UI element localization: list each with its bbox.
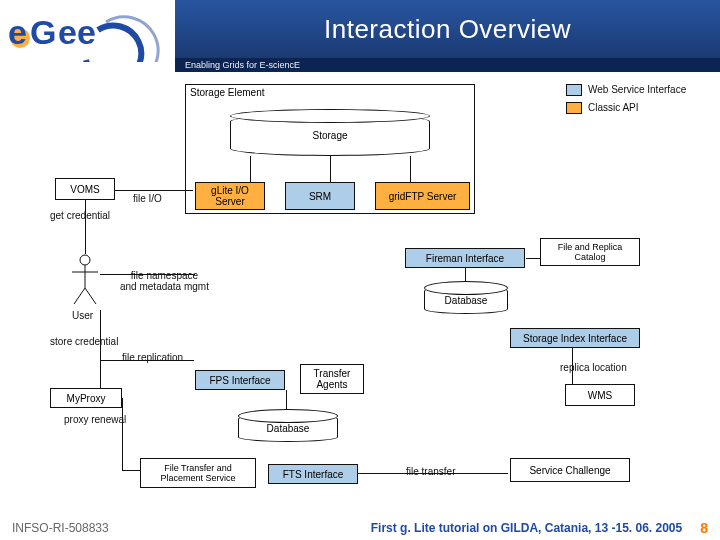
db-catalog: Database [424,286,508,314]
fts-if-label: FTS Interface [283,469,344,480]
file-replica-catalog: File and Replica Catalog [540,238,640,266]
gridftp-label: gridFTP Server [389,191,457,202]
user-icon [70,254,100,306]
service-challenge: Service Challenge [510,458,630,482]
fps-interface: FPS Interface [195,370,285,390]
myproxy-box: MyProxy [50,388,122,408]
voms-label: VOMS [70,184,99,195]
file-transfer-service: File Transfer and Placement Service [140,458,256,488]
service-challenge-label: Service Challenge [529,465,610,476]
file-transfer-label: file transfer [406,466,455,477]
wms-label: WMS [588,390,612,401]
glite-io-server: gLite I/O Server [195,182,265,210]
voms-box: VOMS [55,178,115,200]
file-replica-label: File and Replica Catalog [544,242,636,262]
db-fts: Database [238,414,338,442]
fireman-interface: Fireman Interface [405,248,525,268]
gridftp-server: gridFTP Server [375,182,470,210]
footer-left: INFSO-RI-508833 [12,521,109,535]
storage-label: Storage [312,130,347,141]
file-io-label: file I/O [133,193,162,204]
wms-box: WMS [565,384,635,406]
svg-line-8 [85,288,96,304]
file-replication-label: file replication [122,352,183,363]
tagline-text: Enabling Grids for E-sciencE [185,60,300,70]
svg-text:ee: ee [58,13,96,51]
db2-label: Database [267,423,310,434]
replica-location-label: replica location [560,362,627,373]
get-credential-label: get credential [50,210,110,221]
egee-logo: e G ee [8,4,168,62]
srm-label: SRM [309,191,331,202]
file-transfer-service-label: File Transfer and Placement Service [144,463,252,483]
store-credential-label: store credential [50,336,118,347]
svg-text:e: e [8,13,27,51]
fireman-label: Fireman Interface [426,253,504,264]
myproxy-label: MyProxy [67,393,106,404]
srm-box: SRM [285,182,355,210]
tagline: Enabling Grids for E-sciencE [175,58,720,72]
diagram-canvas: Storage Element Storage gLite I/O Server… [10,78,710,510]
transfer-agents-label: Transfer Agents [304,368,360,390]
storage-cylinder: Storage [230,114,430,156]
footer-center: First g. Lite tutorial on GILDA, Catania… [371,521,682,535]
fps-label: FPS Interface [209,375,270,386]
svg-line-7 [74,288,85,304]
glite-io-label: gLite I/O Server [199,185,261,207]
storage-index-label: Storage Index Interface [523,333,627,344]
user-label: User [72,310,93,321]
svg-point-4 [80,255,90,265]
title-bar: Interaction Overview [175,0,720,58]
footer: INFSO-RI-508833 First g. Lite tutorial o… [0,516,720,540]
transfer-agents: Transfer Agents [300,364,364,394]
page-title: Interaction Overview [324,14,571,45]
page-number: 8 [700,520,708,536]
storage-index-interface: Storage Index Interface [510,328,640,348]
proxy-renewal-label: proxy renewal [64,414,126,425]
db1-label: Database [445,295,488,306]
storage-element-label: Storage Element [190,87,265,98]
fts-interface: FTS Interface [268,464,358,484]
svg-text:G: G [30,13,56,51]
